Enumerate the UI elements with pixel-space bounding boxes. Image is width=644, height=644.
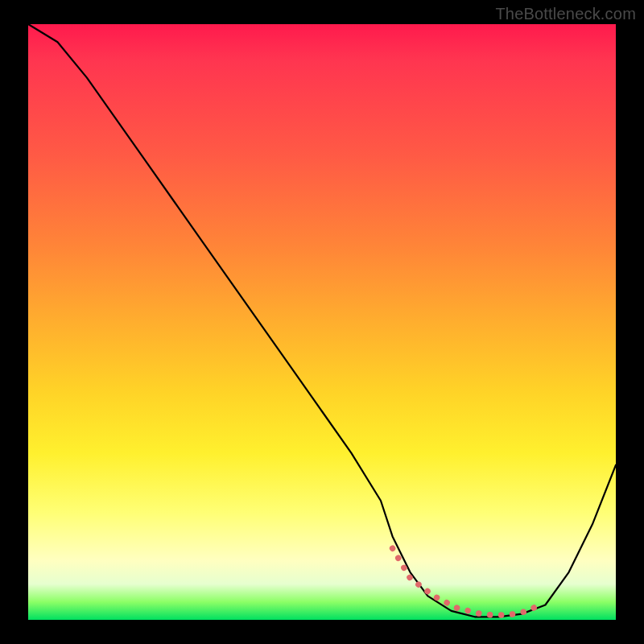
plot-area — [28, 24, 616, 620]
curve-layer — [28, 24, 616, 620]
optimal-range-dots — [393, 548, 539, 615]
bottleneck-curve — [28, 24, 616, 617]
watermark-text: TheBottleneck.com — [495, 5, 636, 23]
chart-frame: TheBottleneck.com — [0, 0, 644, 644]
